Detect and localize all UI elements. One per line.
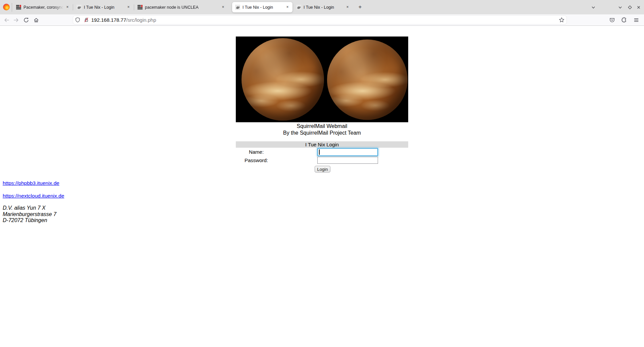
password-input[interactable] bbox=[317, 157, 378, 164]
url-path: /src/login.php bbox=[126, 17, 156, 23]
address-line3: D-72072 Tübingen bbox=[3, 217, 56, 224]
home-icon bbox=[33, 17, 39, 23]
name-label: Name: bbox=[236, 148, 277, 156]
tab-ituenix-login-2[interactable]: I Tue Nix - Login × bbox=[293, 2, 353, 12]
address-line1: D.V. alias Yun 7 X bbox=[3, 205, 56, 211]
menu-button[interactable] bbox=[632, 15, 641, 25]
list-all-tabs-button[interactable] bbox=[589, 3, 597, 11]
forward-button[interactable] bbox=[11, 15, 21, 25]
address-line2: Marienburgerstrasse 7 bbox=[3, 211, 56, 218]
text-caret bbox=[319, 149, 320, 155]
squirrelmail-favicon bbox=[76, 5, 82, 10]
bookmark-button[interactable] bbox=[556, 16, 567, 24]
maximize-diamond-icon bbox=[628, 5, 632, 10]
phpbb-link[interactable]: https://phpbb3.ituenix.de bbox=[3, 180, 59, 186]
tab-separator bbox=[73, 4, 73, 10]
nextcloud-link[interactable]: https://nextcloud.ituenix.de bbox=[3, 193, 64, 199]
new-tab-button[interactable]: + bbox=[356, 3, 364, 11]
tab-title: pacemaker node is UNCLEA bbox=[145, 5, 219, 10]
window-maximize-button[interactable] bbox=[626, 3, 634, 11]
window-close-button[interactable] bbox=[635, 3, 643, 11]
forward-arrow-icon bbox=[13, 17, 19, 23]
squirrelmail-logo-image bbox=[236, 37, 408, 122]
tab-ituenix-login-1[interactable]: I Tue Nix - Login × bbox=[73, 2, 133, 12]
tab-title: Pacemaker, corosync delete bbox=[23, 5, 63, 10]
reload-icon bbox=[23, 17, 29, 23]
tab-close-icon[interactable]: × bbox=[285, 5, 290, 10]
tab-close-icon[interactable]: × bbox=[345, 5, 350, 10]
venus-planet-right bbox=[327, 40, 408, 120]
url-text[interactable]: 192.168.178.77/src/login.php bbox=[91, 17, 556, 23]
home-button[interactable] bbox=[32, 15, 41, 25]
contact-address: D.V. alias Yun 7 X Marienburgerstrasse 7… bbox=[3, 205, 56, 224]
extensions-button[interactable] bbox=[620, 15, 629, 25]
browser-window: { "colors": { "tabbar_bg": "#e0e0e0", "n… bbox=[0, 0, 644, 347]
navigation-toolbar: 192.168.178.77/src/login.php bbox=[0, 14, 644, 26]
url-bar[interactable]: 192.168.178.77/src/login.php bbox=[73, 16, 567, 24]
tab-strip: Pacemaker, corosync delete × I Tue Nix -… bbox=[0, 0, 644, 14]
tab-ituenix-login-active[interactable]: I Tue Nix - Login × bbox=[232, 2, 292, 12]
reload-button[interactable] bbox=[21, 15, 31, 25]
pocket-button[interactable] bbox=[607, 15, 617, 25]
back-button[interactable] bbox=[2, 15, 11, 25]
close-icon bbox=[636, 5, 641, 10]
window-minimize-button[interactable] bbox=[616, 3, 624, 11]
tab-close-icon[interactable]: × bbox=[220, 5, 226, 10]
tab-title: I Tue Nix - Login bbox=[243, 5, 283, 10]
pacemaker-favicon bbox=[16, 5, 21, 10]
venus-planet-left bbox=[241, 38, 324, 121]
name-input[interactable] bbox=[317, 148, 378, 156]
tab-separator bbox=[12, 3, 12, 12]
insecure-lock-icon[interactable] bbox=[82, 16, 91, 24]
brand-text: SquirrelMail Webmail By the SquirrelMail… bbox=[236, 123, 408, 136]
tab-close-icon[interactable]: × bbox=[126, 5, 131, 10]
minimize-chevron-icon bbox=[618, 5, 623, 10]
tracking-shield-icon[interactable] bbox=[73, 16, 82, 24]
squirrelmail-favicon bbox=[296, 5, 301, 10]
password-label: Password: bbox=[236, 157, 277, 164]
brand-line1: SquirrelMail Webmail bbox=[236, 123, 408, 130]
back-arrow-icon bbox=[4, 17, 10, 23]
tab-title: I Tue Nix - Login bbox=[304, 5, 343, 10]
tab-separator bbox=[134, 4, 134, 10]
url-host: 192.168.178.77 bbox=[91, 17, 126, 23]
squirrelmail-favicon bbox=[235, 5, 240, 10]
page-content: SquirrelMail Webmail By the SquirrelMail… bbox=[0, 26, 644, 347]
tab-pacemaker-unclean[interactable]: pacemaker node is UNCLEA × bbox=[135, 2, 228, 12]
hamburger-icon bbox=[633, 17, 639, 23]
pacemaker-favicon bbox=[138, 5, 143, 10]
puzzle-piece-icon bbox=[621, 17, 627, 23]
pocket-icon bbox=[609, 17, 615, 23]
login-button[interactable]: Login bbox=[315, 166, 330, 172]
brand-line2: By the SquirrelMail Project Team bbox=[236, 130, 408, 136]
chevron-down-icon bbox=[591, 5, 596, 10]
tab-close-icon[interactable]: × bbox=[65, 5, 70, 10]
tab-title: I Tue Nix - Login bbox=[84, 5, 124, 10]
firefox-icon[interactable] bbox=[3, 4, 10, 10]
star-icon bbox=[559, 17, 565, 23]
tab-pacemaker-corosync[interactable]: Pacemaker, corosync delete × bbox=[13, 2, 72, 12]
login-header: I Tue Nix Login bbox=[236, 141, 408, 148]
